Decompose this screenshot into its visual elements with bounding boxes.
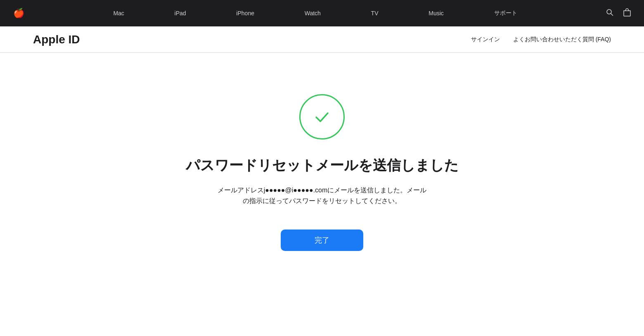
- nav-item-iphone[interactable]: iPhone: [231, 10, 259, 17]
- success-title: パスワードリセットメールを送信しました: [186, 156, 459, 175]
- nav-item-music[interactable]: Music: [424, 10, 449, 17]
- svg-line-1: [611, 13, 613, 15]
- search-icon[interactable]: [606, 9, 613, 18]
- nav-item-ipad[interactable]: iPad: [170, 10, 191, 17]
- bag-icon[interactable]: [623, 8, 631, 19]
- nav-logo[interactable]: 🍎: [13, 8, 24, 19]
- nav-item-mac[interactable]: Mac: [108, 10, 129, 17]
- sub-header-links: サインイン よくお問い合わせいただく質問 (FAQ): [471, 36, 611, 43]
- sub-header: Apple ID サインイン よくお問い合わせいただく質問 (FAQ): [0, 26, 644, 53]
- done-button[interactable]: 完了: [281, 230, 363, 251]
- success-circle: [299, 94, 345, 140]
- nav-item-tv[interactable]: TV: [366, 10, 384, 17]
- nav-item-support[interactable]: サポート: [489, 9, 522, 17]
- success-description: メールアドレスj●●●●●@i●●●●●.comにメールを送信しました。メールの…: [215, 185, 429, 206]
- signin-link[interactable]: サインイン: [471, 36, 500, 43]
- main-content: パスワードリセットメールを送信しました メールアドレスj●●●●●@i●●●●●…: [0, 53, 644, 292]
- faq-link[interactable]: よくお問い合わせいただく質問 (FAQ): [513, 36, 611, 43]
- main-nav: 🍎 Mac iPad iPhone Watch TV Music サポート: [0, 0, 644, 26]
- checkmark-icon: [311, 106, 333, 128]
- page-title: Apple ID: [33, 33, 80, 46]
- nav-item-watch[interactable]: Watch: [300, 10, 326, 17]
